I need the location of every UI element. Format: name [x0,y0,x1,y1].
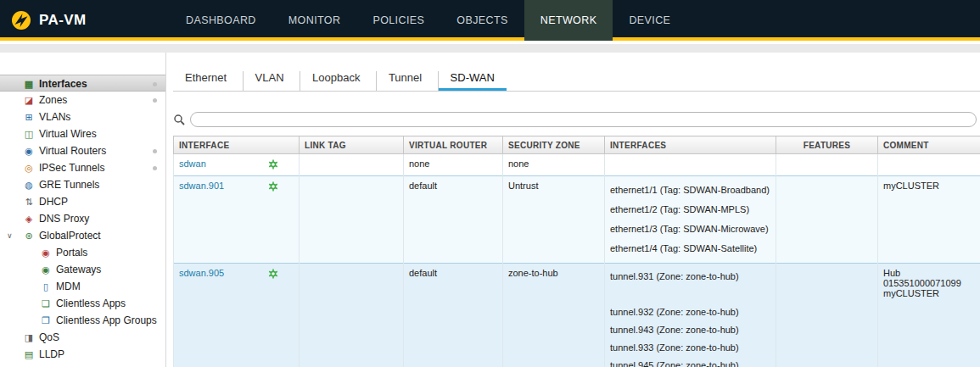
cell-comment: myCLUSTER [878,176,980,264]
sidebar-item-lldp[interactable]: ▤LLDP [0,346,165,363]
gear-icon[interactable] [268,269,278,281]
sidebar-item-network-profiles[interactable]: ▧Network Profiles [0,363,165,367]
sidebar-item-gateways[interactable]: ◉Gateways [0,261,165,278]
member-interface: ethernet1/1 (Tag: SDWAN-Broadband) [610,181,770,200]
col-virtual-router[interactable]: VIRTUAL ROUTER [404,136,503,154]
chevron-down-icon[interactable]: ∨ [7,227,13,244]
cell-interface: sdwan.905 [174,264,300,367]
top-header-bar: PA-VM DASHBOARD MONITOR POLICIES OBJECTS… [0,0,980,41]
dhcp-icon: ⇅ [22,193,36,210]
sidebar-item-qos[interactable]: ◨QoS [0,329,165,346]
member-interface: ethernet1/3 (Tag: SDWAN-Microwave) [610,220,770,239]
sidebar-item-globalprotect[interactable]: ∨ ⊛GlobalProtect [0,227,165,244]
col-features[interactable]: FEATURES [776,136,878,154]
member-interface: ethernet1/2 (Tag: SDWAN-MPLS) [610,200,770,220]
gear-icon[interactable] [268,159,278,171]
tab-sd-wan[interactable]: SD-WAN [438,71,507,91]
search-input[interactable] [190,112,977,127]
sidebar-item-interfaces[interactable]: ▦Interfaces [0,75,165,92]
brand-name: PA-VM [39,12,87,29]
col-comment[interactable]: COMMENT [878,136,980,154]
dns-proxy-icon: ◈ [22,210,36,227]
search-row [173,112,977,127]
virtual-wires-icon: ◫ [22,125,36,142]
item-options-dot[interactable] [153,166,157,170]
cell-interface: sdwan.901 [174,176,300,264]
table-row[interactable]: sdwan.905 default zone-to-hub tunnel.931… [174,264,980,367]
cell-features [776,176,878,264]
network-profiles-icon: ▧ [22,363,36,367]
sidebar-item-clientless-app-groups[interactable]: ❐Clientless App Groups [0,312,165,329]
cell-features [776,264,878,367]
col-interfaces[interactable]: INTERFACES [605,136,776,154]
header-sub-strip [0,44,980,53]
tab-tunnel[interactable]: Tunnel [376,71,434,91]
tab-vlan[interactable]: VLAN [243,71,296,91]
nav-tab-network[interactable]: NETWORK [524,0,613,41]
item-options-dot[interactable] [153,82,157,86]
sidebar-item-clientless-apps[interactable]: ❏Clientless Apps [0,295,165,312]
cell-interfaces: ethernet1/1 (Tag: SDWAN-Broadband) ether… [605,176,776,264]
cell-comment: Hub 015351000071099 myCLUSTER [878,264,980,367]
cell-features [776,154,878,176]
cell-interfaces: tunnel.931 (Zone: zone-to-hub) tunnel.93… [605,264,776,367]
member-interface: ethernet1/4 (Tag: SDWAN-Satellite) [610,239,770,259]
sidebar-item-portals[interactable]: ◉Portals [0,244,165,261]
nav-tab-objects[interactable]: OBJECTS [440,0,524,41]
clientless-apps-icon: ❏ [39,295,53,312]
cell-link-tag [300,264,404,367]
sidebar-item-virtual-wires[interactable]: ◫Virtual Wires [0,125,165,142]
sidebar-item-vlans[interactable]: ⊞VLANs [0,108,165,125]
member-interface: tunnel.932 (Zone: zone-to-hub) [610,303,770,321]
cell-interfaces [605,154,776,176]
item-options-dot[interactable] [153,149,157,153]
interface-link[interactable]: sdwan.905 [179,268,224,278]
nav-tab-policies[interactable]: POLICIES [356,0,440,41]
tab-loopback[interactable]: Loopback [300,71,372,91]
search-icon [173,114,185,125]
sidebar-item-virtual-routers[interactable]: ◉Virtual Routers [0,142,165,159]
cell-link-tag [300,154,404,176]
gear-icon[interactable] [268,181,278,193]
cell-virtual-router: none [404,154,503,176]
nav-tab-dashboard[interactable]: DASHBOARD [170,0,272,41]
mdm-icon: ▯ [39,278,53,295]
interface-type-tabs: Ethernet VLAN Loopback Tunnel SD-WAN [173,70,980,92]
clientless-app-groups-icon: ❐ [39,312,53,329]
cell-link-tag [300,176,404,264]
col-interface[interactable]: INTERFACE [174,136,300,154]
col-security-zone[interactable]: SECURITY ZONE [503,136,605,154]
col-link-tag[interactable]: LINK TAG [300,136,404,154]
item-options-dot[interactable] [153,98,157,103]
brand: PA-VM [10,0,87,41]
member-interface: tunnel.943 (Zone: zone-to-hub) [610,321,770,339]
cell-security-zone: none [503,154,605,176]
interface-link[interactable]: sdwan.901 [179,181,224,191]
sidebar-item-dns-proxy[interactable]: ◈DNS Proxy [0,210,165,227]
main-content: Ethernet VLAN Loopback Tunnel SD-WAN INT… [167,53,980,367]
pa-logo-icon [10,9,32,31]
cell-interface: sdwan [174,154,300,176]
nav-tab-monitor[interactable]: MONITOR [272,0,357,41]
interface-link[interactable]: sdwan [179,158,206,169]
member-interface: tunnel.945 (Zone: zone-to-hub) [610,357,770,367]
nav-tab-device[interactable]: DEVICE [613,0,686,41]
cell-security-zone: Untrust [503,176,605,264]
sidebar-item-ipsec-tunnels[interactable]: ◎IPSec Tunnels [0,159,165,176]
interfaces-icon: ▦ [22,75,36,92]
sidebar: ▦Interfaces ◪Zones ⊞VLANs ◫Virtual Wires… [0,53,166,367]
zones-icon: ◪ [22,92,36,108]
sidebar-item-dhcp[interactable]: ⇅DHCP [0,193,165,210]
table-row[interactable]: sdwan none none [174,154,980,176]
member-interface: tunnel.933 (Zone: zone-to-hub) [610,339,770,357]
member-interface: tunnel.931 (Zone: zone-to-hub) [610,268,770,286]
cell-virtual-router: default [404,264,503,367]
sidebar-item-gre-tunnels[interactable]: ◍GRE Tunnels [0,176,165,193]
tab-ethernet[interactable]: Ethernet [173,71,238,91]
table-row[interactable]: sdwan.901 default Untrust ethernet1/1 (T… [174,176,980,264]
qos-icon: ◨ [22,329,36,346]
sidebar-item-mdm[interactable]: ▯MDM [0,278,165,295]
sidebar-item-zones[interactable]: ◪Zones [0,92,165,108]
cell-virtual-router: default [404,176,503,264]
cell-comment [878,154,980,176]
